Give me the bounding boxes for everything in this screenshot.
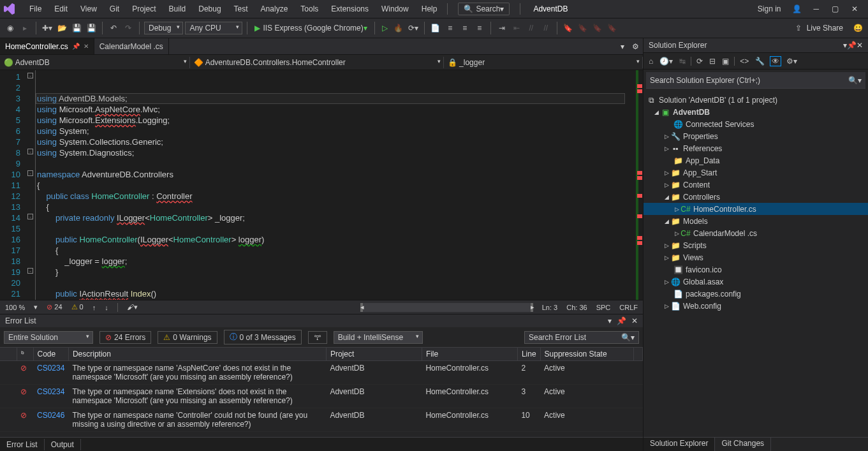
tree-item[interactable]: 🔲favicon.ico [644, 263, 868, 276]
h-scrollbar[interactable]: ◂▸ [360, 303, 533, 312]
ex-code-icon[interactable]: <> [739, 56, 750, 66]
ex-history-icon[interactable]: 🕗▾ [658, 56, 674, 66]
ex-settings-icon[interactable]: ⚙▾ [785, 56, 798, 66]
code-body[interactable]: using AdventDB.Models; using Microsoft.A… [36, 70, 634, 300]
tree-item[interactable]: ▷🔧Properties [644, 130, 868, 142]
fwd-icon[interactable]: ▸ [18, 22, 31, 34]
bookmark4-icon[interactable]: 🔖 [606, 22, 619, 34]
feedback-icon[interactable]: 😀 [851, 22, 864, 34]
close-button[interactable]: ✕ [845, 2, 864, 16]
ex-refresh-icon[interactable]: ⟳ [695, 56, 704, 66]
menu-test[interactable]: Test [228, 2, 254, 16]
tab-git-changes[interactable]: Git Changes [715, 438, 771, 451]
close-panel-icon[interactable]: ✕ [857, 41, 863, 50]
tree-item[interactable]: ▷📄Web.config [644, 300, 868, 312]
menu-build[interactable]: Build [163, 2, 193, 16]
indent-mode[interactable]: SPC [596, 304, 611, 311]
fold-icon[interactable]: - [27, 268, 33, 274]
tab-solution-explorer[interactable]: Solution Explorer [644, 438, 715, 451]
ex-preview-icon[interactable]: 👁 [770, 56, 781, 66]
doc-icon[interactable]: 📄 [429, 22, 442, 34]
fold-icon[interactable]: - [27, 149, 33, 154]
tab-dropdown-icon[interactable]: ▾ [617, 38, 628, 54]
outdent-icon[interactable]: ⇤ [510, 22, 523, 34]
back-icon[interactable]: ◉ [4, 22, 17, 34]
tree-item[interactable]: 📄packages.config [644, 288, 868, 300]
run-no-debug-icon[interactable]: ▷ [379, 22, 390, 34]
menu-edit[interactable]: Edit [48, 2, 74, 16]
solution-tree[interactable]: ⧉Solution 'AdventDB' (1 of 1 project) ◢▣… [644, 91, 868, 437]
tree-item[interactable]: ▷📁Views [644, 251, 868, 263]
tree-item-calendarmodel[interactable]: ▷C#CalendarModel .cs [644, 227, 868, 239]
pin-icon[interactable]: 📌 [72, 43, 80, 50]
error-scope-dropdown[interactable]: Entire Solution [4, 331, 93, 344]
nav-member[interactable]: 🔒 _logger [444, 57, 643, 68]
tree-item[interactable]: 🌐Connected Services [644, 118, 868, 130]
ex-prop-icon[interactable]: 🔧 [754, 56, 766, 66]
new-item-icon[interactable]: ✚▾ [41, 22, 54, 34]
menu-file[interactable]: File [23, 2, 48, 16]
stack-icon[interactable]: ≡ [444, 22, 457, 34]
hot-reload-icon[interactable]: 🔥 [392, 22, 405, 34]
uncomment-icon[interactable]: // [540, 22, 552, 34]
indent-icon[interactable]: ⇥ [496, 22, 508, 34]
explorer-search[interactable]: Search Solution Explorer (Ctrl+;)🔍▾ [646, 72, 865, 89]
solution-node[interactable]: ⧉Solution 'AdventDB' (1 of 1 project) [644, 94, 868, 106]
comment-icon[interactable]: // [525, 22, 538, 34]
fold-icon[interactable]: - [27, 73, 33, 78]
bottom-tab-errorlist[interactable]: Error List [0, 439, 45, 450]
menu-help[interactable]: Help [415, 2, 444, 16]
menu-project[interactable]: Project [126, 2, 162, 16]
nav-class[interactable]: 🔶 AdventureDB.Controllers.HomeController [190, 57, 444, 68]
error-grid[interactable]: ᵇ Code Description Project File Line Sup… [0, 348, 643, 432]
bookmark-icon[interactable]: 🔖 [562, 22, 575, 34]
warnings-pill[interactable]: ⚠0 Warnings [158, 331, 217, 344]
bottom-tab-output[interactable]: Output [45, 439, 81, 450]
tree-item[interactable]: ▷📁App_Start [644, 166, 868, 179]
close-tab-icon[interactable]: ✕ [84, 43, 89, 50]
bookmark2-icon[interactable]: 🔖 [577, 22, 589, 34]
tree-item-homecontroller[interactable]: ▷C#HomeController.cs [644, 203, 868, 215]
save-icon[interactable]: 💾 [70, 22, 83, 34]
search-menu[interactable]: 🔍 Search ▾ [458, 3, 510, 15]
maximize-button[interactable]: ▢ [825, 2, 845, 16]
error-list-title-bar[interactable]: Error List ▾📌✕ [0, 314, 643, 327]
tree-item[interactable]: ▷📁Scripts [644, 239, 868, 251]
warnings-count[interactable]: ⚠ 0 [71, 303, 84, 311]
nav-project[interactable]: 🟢 AdventDB [0, 57, 190, 68]
fold-column[interactable]: - - - - - [27, 70, 36, 300]
close-panel-icon[interactable]: ✕ [631, 316, 638, 325]
menu-window[interactable]: Window [375, 2, 415, 16]
live-share-label[interactable]: Live Share [807, 24, 843, 33]
tab-calendarmodel[interactable]: CalendarModel .cs [94, 38, 169, 54]
undo-icon[interactable]: ↶ [107, 22, 120, 34]
errors-count[interactable]: ⊘ 24 [47, 303, 62, 311]
overview-ruler[interactable] [634, 70, 643, 300]
bookmark3-icon[interactable]: 🔖 [591, 22, 604, 34]
highlight-icon[interactable]: 🖌▾ [127, 303, 138, 311]
messages-pill[interactable]: ⓘ0 of 3 Messages [224, 330, 302, 344]
project-node[interactable]: ◢▣AdventDB [644, 106, 868, 118]
tree-item[interactable]: ◢📁Controllers [644, 191, 868, 203]
filter-icon[interactable]: 🝖 [308, 331, 327, 344]
config-dropdown[interactable]: Debug [144, 22, 183, 34]
error-row[interactable]: ⊘CS0234The type or namespace name 'AspNe… [0, 361, 643, 385]
user-icon[interactable]: 👤 [792, 4, 802, 13]
sign-in-button[interactable]: Sign in [751, 2, 788, 16]
ex-home-icon[interactable]: ⌂ [647, 56, 654, 66]
errors-pill[interactable]: ⊘24 Errors [99, 331, 151, 344]
format-icon[interactable]: ≡ [473, 22, 486, 34]
auto-hide-icon[interactable]: 📌 [847, 41, 857, 50]
nav-down-icon[interactable]: ↓ [105, 304, 108, 311]
menu-view[interactable]: View [74, 2, 103, 16]
auto-hide-icon[interactable]: 📌 [617, 316, 626, 325]
nav-up-icon[interactable]: ↑ [92, 304, 96, 311]
eol-mode[interactable]: CRLF [619, 304, 638, 311]
run-button[interactable]: ▶ IIS Express (Google Chrome) ▾ [252, 22, 369, 34]
ex-showall-icon[interactable]: ▣ [721, 56, 730, 66]
tree-item[interactable]: ◢📁Models [644, 215, 868, 227]
live-share-icon[interactable]: ⇪ [792, 22, 805, 34]
fold-icon[interactable]: - [27, 214, 33, 219]
menu-debug[interactable]: Debug [192, 2, 227, 16]
tree-item[interactable]: 📁App_Data [644, 154, 868, 166]
